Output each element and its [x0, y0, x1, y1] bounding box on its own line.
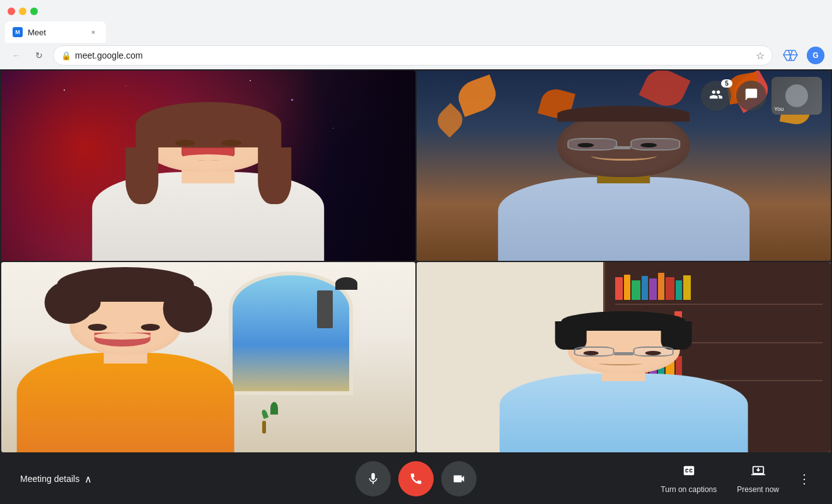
window-maximize-btn[interactable]	[30, 8, 38, 15]
captions-button[interactable]: Turn on captions	[653, 459, 724, 499]
camera-icon	[452, 472, 466, 486]
profile-avatar[interactable]: G	[807, 47, 824, 64]
meet-toolbar: Meeting details ∧	[0, 454, 832, 504]
video-cell-4	[417, 262, 831, 452]
chat-icon	[744, 88, 758, 105]
reload-button[interactable]: ↻	[30, 47, 48, 64]
present-now-label: Present now	[737, 485, 779, 494]
back-button[interactable]: ←	[8, 47, 25, 64]
present-icon	[751, 464, 766, 481]
toolbar-right: Turn on captions Present now ⋮	[653, 459, 817, 499]
video-cell-3	[1, 262, 415, 452]
reload-icon: ↻	[35, 50, 43, 60]
camera-button[interactable]	[441, 461, 477, 496]
browser-chrome: M Meet × ← ↻ 🔒 meet.google.com ☆ G	[0, 0, 832, 69]
more-icon: ⋮	[798, 471, 811, 486]
toolbar-left: Meeting details ∧	[15, 468, 653, 490]
video-cell-1	[1, 71, 415, 261]
present-now-button[interactable]: Present now	[729, 459, 787, 499]
video-grid	[0, 69, 832, 454]
mic-button[interactable]	[355, 461, 391, 496]
meeting-details-button[interactable]: Meeting details ∧	[15, 468, 97, 490]
chevron-up-icon: ∧	[84, 473, 92, 485]
drive-icon[interactable]	[783, 48, 798, 63]
end-call-button[interactable]	[398, 461, 434, 496]
mic-icon	[366, 472, 380, 486]
participants-button[interactable]: 5	[701, 81, 731, 111]
meeting-details-label: Meeting details	[20, 474, 79, 484]
bookmark-icon[interactable]: ☆	[756, 50, 765, 62]
chat-button[interactable]	[736, 81, 766, 111]
people-icon	[709, 88, 723, 105]
address-bar-row: ← ↻ 🔒 meet.google.com ☆ G	[0, 43, 832, 68]
more-options-button[interactable]: ⋮	[792, 466, 817, 491]
window-minimize-btn[interactable]	[19, 8, 26, 15]
tab-title: Meet	[28, 28, 83, 37]
tab-bar: M Meet ×	[0, 20, 832, 43]
address-bar[interactable]: 🔒 meet.google.com ☆	[53, 45, 773, 66]
meet-top-bar: 5 You	[691, 69, 832, 122]
captions-icon	[680, 464, 698, 481]
tab-favicon: M	[13, 27, 23, 37]
url-text: meet.google.com	[75, 50, 747, 60]
self-label: You	[774, 106, 783, 112]
lock-icon: 🔒	[61, 51, 71, 60]
window-controls	[0, 0, 832, 20]
active-tab[interactable]: M Meet ×	[5, 21, 106, 43]
participant-count: 5	[721, 79, 732, 88]
window-close-btn[interactable]	[8, 8, 15, 15]
self-video-thumbnail: You	[771, 77, 822, 115]
end-call-icon	[409, 472, 423, 486]
tab-close-btn[interactable]: ×	[88, 27, 98, 37]
back-icon: ←	[12, 50, 21, 60]
meet-container: 5 You	[0, 69, 832, 504]
captions-label: Turn on captions	[661, 485, 717, 494]
toolbar-center	[355, 461, 477, 496]
